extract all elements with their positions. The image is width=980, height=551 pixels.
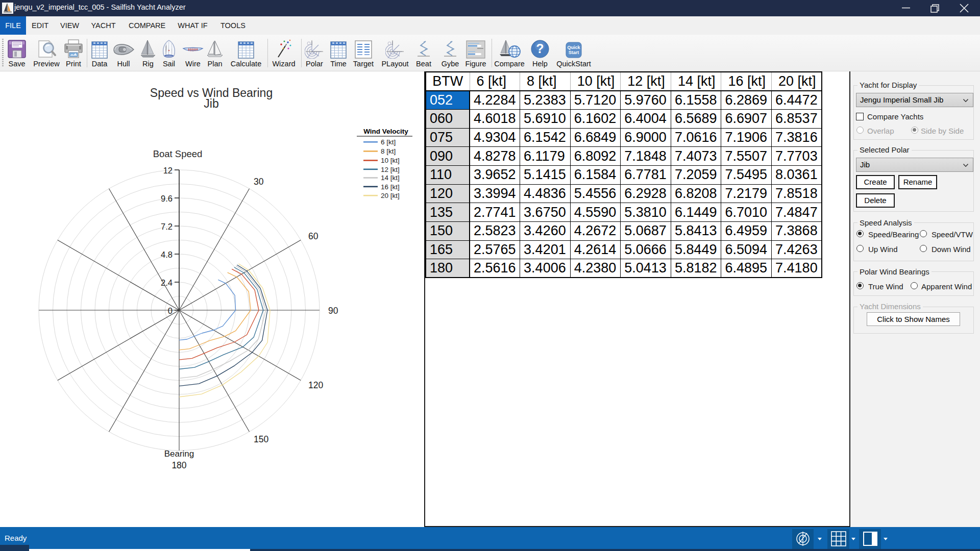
svg-text:Quick: Quick [567, 45, 580, 50]
svg-text:Bearing: Bearing [164, 449, 194, 459]
svg-text:150: 150 [254, 434, 268, 444]
svg-text:10 [kt]: 10 [kt] [381, 157, 400, 164]
svg-text:Start: Start [569, 50, 579, 55]
svg-text:0: 0 [168, 306, 173, 315]
svg-text:2.4: 2.4 [161, 278, 173, 287]
svg-text:12: 12 [163, 166, 173, 175]
svg-text:Wind Velocity: Wind Velocity [363, 128, 408, 135]
svg-text:14 [kt]: 14 [kt] [381, 174, 400, 182]
svg-text:4.8: 4.8 [161, 250, 173, 259]
svg-text:60: 60 [308, 231, 318, 241]
svg-text:12 [kt]: 12 [kt] [381, 166, 400, 173]
svg-text:16 [kt]: 16 [kt] [381, 183, 400, 191]
svg-text:?: ? [536, 41, 544, 56]
svg-text:Jib: Jib [204, 97, 218, 110]
svg-text:30: 30 [254, 177, 264, 187]
svg-text:180: 180 [172, 460, 186, 470]
svg-text:9.6: 9.6 [161, 194, 173, 203]
svg-text:7.2: 7.2 [161, 222, 173, 231]
svg-text:Boat Speed: Boat Speed [153, 148, 203, 159]
svg-text:120: 120 [308, 380, 323, 390]
svg-text:20 [kt]: 20 [kt] [381, 192, 400, 199]
svg-text:6 [kt]: 6 [kt] [381, 138, 396, 146]
svg-text:90: 90 [328, 306, 338, 316]
svg-text:8 [kt]: 8 [kt] [381, 147, 396, 155]
